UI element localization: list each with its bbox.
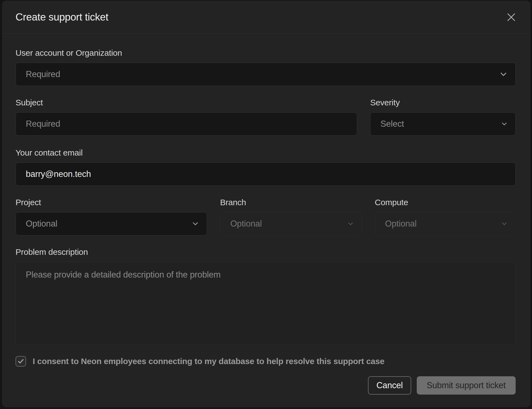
create-support-ticket-dialog: Create support ticket User account or Or… [2,1,530,407]
branch-label: Branch [220,197,362,207]
chevron-down-icon [500,120,508,128]
project-branch-compute-row: Project Optional Branch Optional [16,197,516,235]
description-textarea[interactable] [16,262,516,345]
submit-support-ticket-button[interactable]: Submit support ticket [417,376,516,395]
compute-select: Optional [375,212,516,235]
consent-row[interactable]: I consent to Neon employees connecting t… [16,356,516,367]
dialog-footer: Cancel Submit support ticket [16,376,516,395]
account-select-value: Required [26,69,60,79]
email-label: Your contact email [16,148,516,157]
branch-field-group: Branch Optional [220,197,362,235]
consent-label: I consent to Neon employees connecting t… [33,357,385,366]
compute-field-group: Compute Optional [375,197,516,235]
branch-select: Optional [220,212,362,235]
severity-field-group: Severity Select [370,98,516,136]
consent-checkbox[interactable] [16,356,26,367]
subject-label: Subject [16,98,357,107]
close-button[interactable] [503,9,519,25]
account-field-group: User account or Organization Required [16,48,516,86]
branch-select-value: Optional [230,219,262,229]
severity-select-value: Select [380,119,404,129]
project-select-value: Optional [26,219,57,229]
account-select[interactable]: Required [16,63,516,86]
project-select[interactable]: Optional [16,212,207,235]
email-field-group: Your contact email [16,148,516,186]
compute-label: Compute [375,197,516,207]
subject-input[interactable] [16,112,357,136]
chevron-down-icon [347,220,354,228]
dialog-header: Create support ticket [2,1,530,34]
account-label: User account or Organization [16,48,516,58]
dialog-title: Create support ticket [16,11,108,23]
compute-select-value: Optional [385,219,417,229]
subject-field-group: Subject [16,98,357,136]
chevron-down-icon [191,220,200,228]
subject-severity-row: Subject Severity Select [16,98,516,136]
ticket-form: User account or Organization Required Su… [2,34,530,407]
cancel-button[interactable]: Cancel [368,376,411,395]
description-field-group: Problem description [16,247,516,346]
severity-label: Severity [370,98,516,107]
email-input[interactable] [16,162,516,186]
description-label: Problem description [16,247,516,257]
checkmark-icon [17,358,24,365]
project-field-group: Project Optional [16,197,207,235]
chevron-down-icon [499,70,508,79]
chevron-down-icon [500,220,508,228]
close-icon [505,11,517,23]
severity-select[interactable]: Select [370,112,516,136]
project-label: Project [16,197,207,207]
